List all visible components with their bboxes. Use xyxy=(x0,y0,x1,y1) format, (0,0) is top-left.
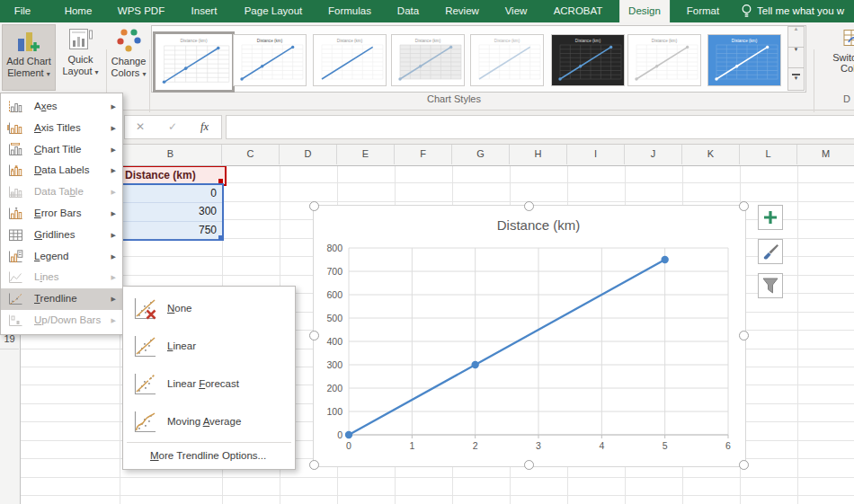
range-handle[interactable] xyxy=(218,235,223,240)
column-header-b[interactable]: B xyxy=(120,144,222,164)
gallery-more-button[interactable]: ▼ xyxy=(787,67,805,91)
chart-style-thumb-8[interactable]: Distance (km) xyxy=(707,34,781,86)
cell-data-value[interactable]: 0 xyxy=(122,185,222,203)
submenu-item-none[interactable]: None xyxy=(123,289,295,327)
chart-style-thumb-7[interactable]: Distance (km) xyxy=(627,34,701,86)
add-chart-element-icon xyxy=(3,29,55,55)
tab-file[interactable]: File xyxy=(5,0,40,22)
submenu-arrow-icon: ▶ xyxy=(111,225,116,246)
chart-style-thumb-3[interactable]: Distance (km) xyxy=(313,34,387,86)
column-header-d[interactable]: D xyxy=(280,144,337,164)
svg-text:2: 2 xyxy=(473,440,478,451)
cancel-icon[interactable]: ✕ xyxy=(136,116,145,138)
cell-data-value[interactable]: 750 xyxy=(122,222,222,240)
quick-layout-icon xyxy=(57,28,104,53)
switch-row-column-label2: Colum xyxy=(841,63,854,74)
tab-home[interactable]: Home xyxy=(56,0,102,22)
switch-row-column-button[interactable]: Switch Ro Colum xyxy=(816,24,854,91)
column-header-m[interactable]: M xyxy=(797,144,854,164)
menu-separator xyxy=(127,442,291,443)
cell-data-value[interactable]: 300 xyxy=(122,203,222,221)
menu-item-trendline[interactable]: Trendline▶ xyxy=(1,288,122,310)
submenu-arrow-icon: ▶ xyxy=(111,181,116,203)
chart-selection-handle[interactable] xyxy=(739,201,749,211)
cell-data-range[interactable]: 0300750 xyxy=(120,183,224,241)
chart-selection-handle[interactable] xyxy=(524,201,534,211)
tab-review[interactable]: Review xyxy=(436,0,488,22)
tab-page-layout[interactable]: Page Layout xyxy=(236,0,312,22)
chart-style-thumb-6[interactable]: Distance (km) xyxy=(551,34,625,86)
formula-bar: ✕ ✓ fx xyxy=(0,111,854,145)
menu-item-label: Axes xyxy=(34,96,58,118)
insert-function-icon[interactable]: fx xyxy=(200,116,209,138)
quick-layout-button[interactable]: Quick Layout ▾ xyxy=(57,24,104,89)
formula-input[interactable] xyxy=(226,115,854,139)
chart-styles-brush-icon xyxy=(759,241,782,262)
change-colors-button[interactable]: Change Colors ▾ xyxy=(109,24,148,89)
range-handle[interactable] xyxy=(218,179,223,183)
menu-item-gridlines[interactable]: Gridlines▶ xyxy=(1,225,122,246)
chart-styles-brush-button[interactable] xyxy=(758,239,783,264)
tell-me-box[interactable]: Tell me what you w xyxy=(757,0,854,22)
column-header-k[interactable]: K xyxy=(682,144,740,164)
menu-item-more-trendline-options[interactable]: More Trendline Options... xyxy=(123,445,295,466)
add-chart-element-button[interactable]: Add Chart Element ▾ xyxy=(2,24,56,91)
chart-plot: 01234560100200300400500600700800Distance… xyxy=(314,206,743,464)
ribbon-group-labels: Chart Styles D xyxy=(0,93,854,110)
gridline-horizontal xyxy=(20,477,854,478)
tab-design[interactable]: Design xyxy=(619,0,670,22)
svg-text:Distance (km): Distance (km) xyxy=(180,39,207,43)
chart-selection-handle[interactable] xyxy=(524,460,534,470)
tab-data[interactable]: Data xyxy=(388,0,428,22)
column-header-h[interactable]: H xyxy=(510,144,567,164)
menu-item-label: Legend xyxy=(34,246,68,268)
tab-view[interactable]: View xyxy=(496,0,537,22)
column-header-c[interactable]: C xyxy=(222,144,280,164)
tab-format[interactable]: Format xyxy=(678,0,728,22)
menu-item-chart-title[interactable]: Chart Title▶ xyxy=(1,139,122,161)
chart-style-thumb-1[interactable]: Distance (km) xyxy=(153,31,235,93)
menu-item-legend[interactable]: Legend▶ xyxy=(1,246,122,268)
chart-selection-handle[interactable] xyxy=(309,331,319,340)
chart-selection-handle[interactable] xyxy=(309,201,319,211)
menu-item-data-labels[interactable]: Data Labels▶ xyxy=(1,160,122,181)
submenu-item-linear[interactable]: Linear xyxy=(123,327,295,365)
enter-icon[interactable]: ✓ xyxy=(168,116,177,138)
menu-item-label: Trendline xyxy=(34,288,77,310)
menu-item-axes[interactable]: Axes▶ xyxy=(1,96,122,118)
chart-elements-plus-button[interactable] xyxy=(758,205,783,230)
chart-selection-handle[interactable] xyxy=(739,460,749,470)
menu-item-label: Lines xyxy=(34,267,59,288)
chart-object[interactable]: 01234560100200300400500600700800Distance… xyxy=(313,205,746,467)
menu-item-label: Chart Title xyxy=(34,139,81,161)
chart-filters-funnel-button[interactable] xyxy=(758,273,783,298)
column-header-e[interactable]: E xyxy=(337,144,395,164)
column-header-l[interactable]: L xyxy=(740,144,797,164)
menu-item-error-bars[interactable]: Error Bars▶ xyxy=(1,203,122,225)
submenu-item-linear-forecast[interactable]: Linear Forecast xyxy=(123,365,295,402)
menu-item-label: Data Table xyxy=(34,181,84,203)
chart-selection-handle[interactable] xyxy=(309,460,319,470)
chart-filters-funnel-icon xyxy=(759,275,782,296)
submenu-arrow-icon: ▶ xyxy=(111,288,116,310)
tab-wps-pdf[interactable]: WPS PDF xyxy=(109,0,173,22)
column-header-i[interactable]: I xyxy=(567,144,625,164)
chart-selection-handle[interactable] xyxy=(739,331,749,340)
tab-acrobat[interactable]: ACROBAT xyxy=(545,0,612,22)
column-header-g[interactable]: G xyxy=(452,144,510,164)
menu-item-axis-titles[interactable]: Axis Titles▶ xyxy=(1,118,122,139)
chart-style-thumb-2[interactable]: Distance (km) xyxy=(233,34,307,86)
column-header-f[interactable]: F xyxy=(395,144,452,164)
svg-text:400: 400 xyxy=(326,336,342,347)
legend-icon xyxy=(7,250,23,267)
submenu-item-moving-average[interactable]: Moving Average xyxy=(123,402,295,440)
column-header-j[interactable]: J xyxy=(625,144,682,164)
chart-style-thumb-4[interactable]: Distance (km) xyxy=(391,34,465,86)
tab-formulas[interactable]: Formulas xyxy=(319,0,380,22)
chart-style-thumb-5[interactable]: Distance (km) xyxy=(470,34,544,86)
gridlines-icon xyxy=(7,228,23,245)
error-bars-icon xyxy=(7,207,23,224)
svg-text:6: 6 xyxy=(725,440,731,451)
submenu-item-label: None xyxy=(167,289,192,327)
tab-insert[interactable]: Insert xyxy=(182,0,227,22)
